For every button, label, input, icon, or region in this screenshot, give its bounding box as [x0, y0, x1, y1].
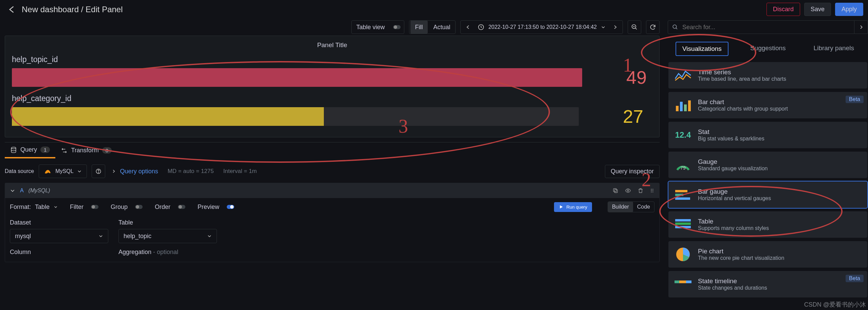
trash-icon[interactable] — [638, 188, 644, 194]
viz-search-field[interactable] — [668, 20, 854, 34]
play-icon — [559, 205, 564, 209]
back-button[interactable] — [5, 3, 18, 16]
viz-time-series[interactable]: Time seriesTime based line, area and bar… — [668, 62, 867, 89]
svg-rect-18 — [688, 100, 691, 111]
panel-preview: Panel Title help_topic_id 49 help_catego… — [5, 36, 660, 137]
tab-transform[interactable]: Transform 0 — [55, 142, 117, 158]
fill-option[interactable]: Fill — [410, 21, 428, 34]
svg-point-4 — [98, 172, 98, 173]
transform-icon — [61, 147, 68, 154]
duplicate-icon[interactable] — [612, 188, 618, 194]
toggle-visibility-icon[interactable] — [625, 188, 631, 194]
svg-rect-21 — [675, 194, 683, 196]
builder-code-toggle[interactable]: Builder Code — [608, 201, 654, 212]
svg-point-13 — [652, 192, 653, 192]
query-options-toggle[interactable]: Query options — [111, 168, 158, 175]
beta-badge: Beta — [846, 96, 864, 103]
apply-button[interactable]: Apply — [835, 3, 863, 16]
chevron-down-icon[interactable] — [10, 188, 15, 193]
chevron-down-icon — [207, 234, 212, 238]
viz-stat[interactable]: 12.4 StatBig stat values & sparklines — [668, 122, 867, 148]
viz-bar-chart[interactable]: Bar chartCategorical charts with group s… — [668, 92, 867, 118]
panel-title: Panel Title — [12, 41, 652, 49]
tab-visualizations[interactable]: Visualizations — [676, 42, 728, 56]
refresh-icon[interactable] — [646, 20, 660, 34]
table-icon — [673, 214, 693, 235]
chevron-down-icon — [98, 234, 103, 238]
fill-actual-toggle[interactable]: Fill Actual — [409, 20, 456, 34]
svg-rect-27 — [675, 280, 679, 283]
query-editor: A (MySQL) Format: Table Filter Group Ord… — [5, 183, 660, 262]
collapse-sidepanel-icon[interactable] — [854, 20, 868, 34]
svg-point-12 — [651, 192, 652, 192]
aggregation-label: Aggregation — [118, 249, 151, 255]
gauge-track-1 — [12, 107, 579, 126]
viz-bar-gauge[interactable]: Bar gaugeHorizontal and vertical gauges — [668, 181, 867, 208]
zoom-out-icon[interactable] — [628, 20, 641, 34]
viz-pie-chart[interactable]: Pie chartThe new core pie chart visualiz… — [668, 241, 867, 268]
tab-suggestions[interactable]: Suggestions — [744, 42, 792, 56]
svg-point-10 — [651, 190, 652, 191]
beta-badge: Beta — [846, 275, 864, 282]
table-view-switch[interactable] — [393, 25, 401, 29]
chevron-down-icon — [77, 169, 82, 174]
table-picker[interactable]: help_topic — [118, 229, 217, 243]
dataset-picker[interactable]: mysql — [10, 229, 108, 243]
breadcrumb: New dashboard / Edit Panel — [22, 5, 123, 14]
svg-rect-15 — [676, 106, 679, 111]
table-label: Table — [118, 219, 217, 226]
gauge-track-0 — [12, 68, 582, 87]
dataset-label: Dataset — [10, 219, 108, 226]
datasource-help-icon[interactable] — [92, 164, 105, 178]
table-view-toggle[interactable]: Table view — [351, 20, 404, 34]
search-icon — [672, 24, 678, 30]
pie-chart-icon — [673, 244, 693, 265]
order-toggle[interactable] — [178, 205, 185, 209]
gauge-label-0: help_topic_id — [12, 55, 652, 64]
save-button[interactable]: Save — [804, 3, 831, 16]
svg-text:79: 79 — [680, 165, 686, 171]
query-engine: (MySQL) — [29, 188, 50, 194]
datasource-label: Data source — [5, 168, 34, 174]
viz-state-timeline[interactable]: State timelineState changes and duration… — [668, 271, 867, 297]
clock-icon — [478, 24, 484, 31]
stat-icon: 12.4 — [673, 125, 693, 145]
svg-point-8 — [651, 189, 652, 190]
gauge-value-1: 27 — [606, 106, 643, 127]
group-toggle[interactable] — [135, 205, 143, 209]
discard-button[interactable]: Discard — [767, 3, 800, 16]
prev-time-icon[interactable] — [465, 24, 474, 30]
time-range-text: 2022-10-27 17:13:50 to 2022-10-27 18:04:… — [488, 24, 597, 30]
drag-handle-icon[interactable] — [650, 188, 654, 194]
preview-toggle[interactable] — [227, 205, 234, 209]
svg-rect-5 — [614, 190, 617, 193]
format-picker[interactable]: Format: Table — [10, 204, 58, 211]
code-option[interactable]: Code — [633, 202, 654, 212]
svg-rect-16 — [680, 102, 683, 111]
gauge-value-0: 49 — [609, 67, 647, 88]
svg-rect-28 — [679, 280, 686, 283]
viz-table[interactable]: TableSupports many column styles — [668, 211, 867, 238]
gauge-icon: 79 — [673, 155, 693, 175]
viz-search-input[interactable] — [682, 23, 762, 31]
tab-query[interactable]: Query 1 — [5, 142, 55, 158]
visualization-list: Time seriesTime based line, area and bar… — [668, 62, 868, 297]
datasource-picker[interactable]: MySQL — [39, 164, 87, 178]
next-time-icon[interactable] — [610, 24, 618, 30]
bar-gauge-icon — [673, 185, 693, 205]
datasource-row: Data source MySQL Query options MD = aut… — [0, 163, 664, 179]
svg-point-7 — [627, 190, 629, 192]
viz-gauge[interactable]: 79 GaugeStandard gauge visualization — [668, 152, 867, 178]
time-range-picker[interactable]: 2022-10-27 17:13:50 to 2022-10-27 18:04:… — [460, 20, 623, 34]
query-inspector-button[interactable]: Query inspector — [605, 165, 660, 178]
run-query-button[interactable]: Run query — [554, 202, 592, 212]
actual-option[interactable]: Actual — [429, 21, 455, 34]
mysql-icon — [44, 167, 52, 175]
query-ref-id[interactable]: A — [20, 188, 24, 194]
max-datapoints: MD = auto = 1275 — [168, 168, 214, 175]
svg-rect-6 — [613, 189, 616, 192]
builder-option[interactable]: Builder — [608, 202, 633, 212]
svg-rect-25 — [675, 226, 691, 228]
tab-library-panels[interactable]: Library panels — [808, 42, 860, 56]
filter-toggle[interactable] — [91, 205, 98, 209]
